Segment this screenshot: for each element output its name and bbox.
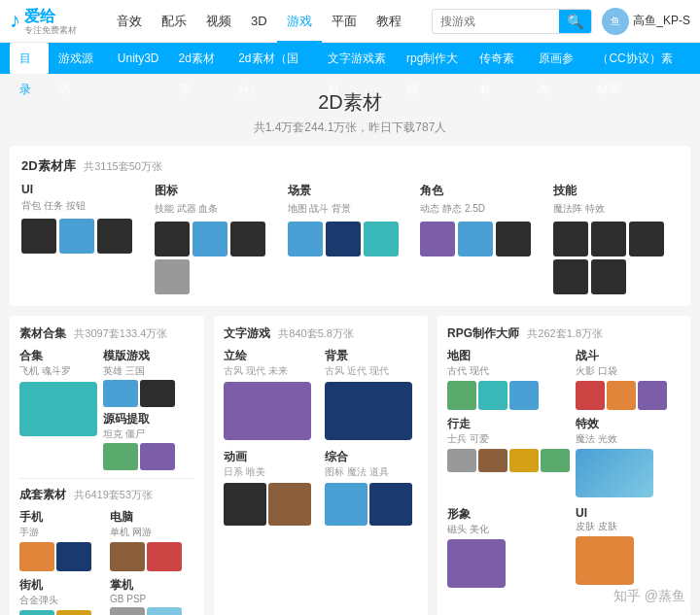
thumb [19,542,54,571]
thumb [147,607,182,615]
nav-pingmian[interactable]: 平面 [322,0,367,43]
cat-icon-images [155,222,280,294]
thumb [103,380,138,407]
phone-item[interactable]: 手机 手游 [19,509,104,571]
user-name: 高鱼_KP-S [633,13,690,29]
sub-nav-mulu[interactable]: 目录 [10,43,49,74]
cat-scene[interactable]: 场景 地图 战斗 背景 [288,183,413,294]
thumb [155,259,190,294]
cat-role[interactable]: 角色 动态 静态 2.5D [420,183,545,294]
arcade-grid: 街机 合金弹头 掌机 GB PSP [19,577,194,615]
rpg-texiao[interactable]: 特效 魔法 光效 [576,416,681,500]
sub-nav-chuanqi[interactable]: 传奇素材 [470,43,529,74]
lihua-item[interactable]: 立绘 古风 现代 未来 [224,348,317,443]
main-nav: 音效 配乐 视频 3D 游戏 平面 教程 [107,0,422,43]
rpg-zhandou-thumbs [576,381,681,410]
thumb [147,542,182,571]
yuanma-thumbs [103,443,194,470]
rpg-zhandou[interactable]: 战斗 火影 口袋 [576,348,681,410]
nav-shipin[interactable]: 视频 [196,0,241,43]
thumb [230,222,265,256]
thumb [364,222,399,256]
cat-scene-images [288,222,413,256]
thumb [19,610,54,615]
nav-3d[interactable]: 3D [241,0,277,43]
thumb [56,610,91,615]
sub-nav-2d[interactable]: 2d素材库 [169,43,229,74]
thumb [553,222,588,256]
rpg-col: RPG制作大师 共262套1.8万张 地图 古代 现代 战斗 火 [438,316,690,615]
pc-thumbs [110,542,194,571]
thumb [325,483,368,526]
cat-ui-images [21,219,147,254]
pc-item[interactable]: 电脑 单机 网游 [110,509,194,571]
thumb-texiao [576,449,653,497]
thumb [56,542,91,571]
thumb [638,381,667,410]
cat-ui[interactable]: UI 背包 任务 按钮 [21,183,147,294]
thumb [591,259,626,294]
handheld-item[interactable]: 掌机 GB PSP [110,577,194,615]
sub-nav-yuanhua[interactable]: 原画参考 [529,43,588,74]
sub-nav-rpg[interactable]: rpg制作大师 [397,43,470,74]
thumb [140,380,175,407]
rpg-ui[interactable]: UI 皮肤 皮肤 [576,506,681,591]
thumb [369,483,412,526]
page-subtitle: 共1.4万套244.1万张，昨日下载787人 [0,120,700,136]
user-info[interactable]: 鱼 高鱼_KP-S [602,8,690,35]
sub-nav-cc[interactable]: （CC协议）素材库 [587,43,690,74]
cat-icon[interactable]: 图标 技能 武器 血条 [155,183,280,294]
chengtao-grid: 手机 手游 电脑 单机 网游 [19,509,194,571]
thumb [103,443,138,470]
search-input[interactable] [433,11,559,32]
heji-large-img [19,382,97,439]
beijing-thumb [325,382,418,443]
wenzi-title: 文字游戏 [224,326,270,340]
zonghe-thumbs [325,483,418,526]
rpg-xingzou-thumbs [447,449,570,472]
nav-youxi[interactable]: 游戏 [277,0,322,43]
thumb [59,219,94,254]
rpg-ditu[interactable]: 地图 古代 现代 [447,348,570,410]
rpg-xingxiang-thumb [447,539,570,591]
sucai-heji-title: 素材合集 [19,326,66,340]
sub-nav-wenziyouxi[interactable]: 文字游戏素材 [318,43,397,74]
thumb [447,381,476,410]
donghua-item[interactable]: 动画 日系 唯美 [224,449,317,526]
thumb [458,222,493,256]
yuanma-item[interactable]: 源码提取 坦克 僵尸 [103,411,194,470]
arcade-item[interactable]: 街机 合金弹头 [19,577,104,615]
lib-category-grid: UI 背包 任务 按钮 图标 技能 武器 血条 [21,183,679,294]
thumb [478,449,508,472]
thumb-beijing [325,382,412,440]
nav-peiyue[interactable]: 配乐 [152,0,196,43]
zonghe-item[interactable]: 综合 图标 魔法 道具 [325,449,418,526]
nav-jiaocheng[interactable]: 教程 [367,0,411,43]
logo-main: 爱给 [24,7,77,25]
cat-skill[interactable]: 技能 魔法阵 特效 [553,183,679,294]
sub-nav-unity3d[interactable]: Unity3D [108,43,169,74]
logo-sub: 专注免费素材 [24,25,77,36]
search-button[interactable]: 🔍 [559,10,591,33]
template-item[interactable]: 模版游戏 英雄 三国 [103,348,194,407]
thumb [224,483,266,526]
rpg-xingxiang[interactable]: 形象 磁头 美化 [447,506,570,591]
heji-row1: 合集 飞机 魂斗罗 模版游戏 英雄 三国 [19,348,194,470]
nav-yinxiao[interactable]: 音效 [107,0,152,43]
heji-item[interactable]: 合集 飞机 魂斗罗 [19,348,97,470]
three-col-row: 素材合集 共3097套133.4万张 合集 飞机 魂斗罗 模版游戏 英雄 三国 [10,316,690,615]
chengtao-title: 成套素材 [19,488,66,501]
thumb [576,381,605,410]
page-title: 2D素材 [0,89,700,116]
template-thumbs [103,380,194,407]
thumb [607,381,636,410]
wenzi-row1: 立绘 古风 现代 未来 背景 古风 近代 现代 [224,348,418,443]
logo[interactable]: ♪ 爱给 专注免费素材 [10,7,97,36]
sub-nav-2d-foreign[interactable]: 2d素材（国外） [228,43,318,74]
rpg-xingzou[interactable]: 行走 士兵 可爱 [447,416,570,500]
thumb [21,219,56,254]
cat-role-images [420,222,545,256]
sub-nav-yuanma[interactable]: 游戏源码 [49,43,108,74]
beijing-item[interactable]: 背景 古风 近代 现代 [325,348,418,443]
thumb [288,222,323,256]
